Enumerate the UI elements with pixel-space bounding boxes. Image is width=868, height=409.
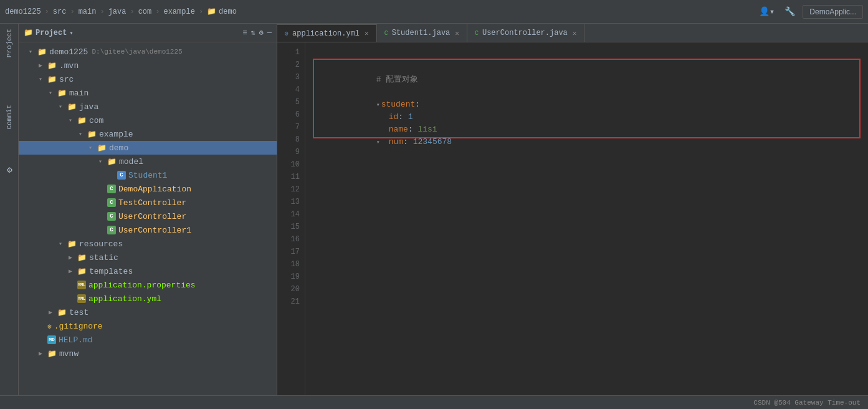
yaml-key: id — [389, 112, 399, 122]
breadcrumb-item: main — [79, 7, 97, 16]
tree-item-test[interactable]: ▶ 📁 test — [19, 306, 277, 319]
top-bar: demo1225 › src › main › java › com › exa… — [0, 0, 868, 24]
folder-icon: 📁 — [107, 157, 117, 166]
code-line-11 — [313, 176, 861, 188]
run-button[interactable]: DemoApplic... — [803, 5, 863, 19]
tab-close-icon[interactable]: ✕ — [365, 29, 369, 37]
collapse-all-icon[interactable]: ≡ — [242, 29, 247, 37]
tree-item-demo[interactable]: ▾ 📁 demo — [19, 141, 277, 155]
code-line-15 — [313, 226, 861, 238]
yaml-colon: : — [408, 125, 418, 134]
tree-item-label: static — [89, 253, 118, 262]
tree-item-example[interactable]: ▾ 📁 example — [19, 127, 277, 141]
tree-item-usercontroller[interactable]: ▶ C UserController — [19, 209, 277, 223]
gitignore-icon: ⚙ — [47, 322, 52, 330]
tree-item-usercontroller1[interactable]: ▶ C UserController1 — [19, 223, 277, 237]
minimize-icon[interactable]: — — [267, 29, 272, 37]
tree-item-app-properties[interactable]: ▶ YML application.properties — [19, 278, 277, 292]
tree-item-label: application.properties — [88, 281, 196, 290]
tree-item-label: model — [119, 157, 143, 166]
tree-item-root[interactable]: ▾ 📁 demo1225 D:\gitee\java\demo1225 — [19, 45, 277, 59]
expand-arrow: ▾ — [69, 117, 77, 124]
line-number: 9 — [277, 146, 305, 158]
line-number: 2 — [277, 59, 305, 71]
code-line-20 — [313, 288, 861, 301]
folder-icon: 📁 — [207, 7, 216, 16]
yaml-key: name — [389, 125, 408, 134]
breadcrumb-item: java — [108, 7, 126, 16]
breadcrumb-sep: › — [155, 7, 160, 16]
tree-item-resources[interactable]: ▾ 📁 resources — [19, 237, 277, 251]
panel-header: 📁 Project ▾ ≡ ⇅ ⚙ — — [19, 24, 277, 42]
tree-item-label: test — [69, 308, 88, 317]
tab-application-yml[interactable]: ⚙ application.yml ✕ — [277, 24, 377, 42]
tree-item-label: src — [59, 75, 74, 84]
breadcrumb-item: src — [53, 7, 67, 16]
breadcrumb-sep: › — [45, 7, 49, 16]
tree-item-label: .gitignore — [54, 322, 103, 331]
tree-item-label: demo — [109, 143, 128, 153]
code-line-2: # 配置对象 — [318, 61, 856, 74]
yaml-colon: : — [398, 112, 408, 122]
line-number: 11 — [277, 171, 305, 183]
tree-item-main[interactable]: ▾ 📁 main — [19, 86, 277, 100]
line-number: 5 — [277, 96, 305, 108]
tree-item-demoapplication[interactable]: ▶ C DemoApplication — [19, 182, 277, 196]
breadcrumb-item: example — [163, 7, 194, 16]
highlighted-region: # 配置对象 ▾student: id: 1 name: lisi — [313, 59, 861, 138]
tree-item-app-yml[interactable]: ▶ YML application.yml — [19, 292, 277, 306]
tree-item-mvn[interactable]: ▶ 📁 .mvn — [19, 59, 277, 72]
tree-item-label: example — [99, 130, 133, 139]
tree-item-src[interactable]: ▾ 📁 src — [19, 72, 277, 86]
tab-close-icon[interactable]: ✕ — [573, 29, 577, 37]
breadcrumb-current: demo — [219, 7, 237, 16]
folder-icon: 📁 — [37, 47, 47, 57]
expand-arrow: ▶ — [39, 62, 47, 69]
folder-icon: 📁 — [57, 89, 67, 98]
line-number: 14 — [277, 208, 305, 221]
line-number: 8 — [277, 133, 305, 146]
project-sidebar-label[interactable]: Project — [4, 26, 14, 60]
code-line-17 — [313, 251, 861, 263]
tools-icon[interactable]: 🔧 — [782, 5, 798, 18]
tree-item-model[interactable]: ▾ 📁 model — [19, 155, 277, 168]
tree-item-label: templates — [89, 267, 133, 276]
code-area[interactable]: # 配置对象 ▾student: id: 1 name: lisi — [305, 42, 868, 395]
tab-close-icon[interactable]: ✕ — [455, 29, 459, 37]
tree-item-testcontroller[interactable]: ▶ C TestController — [19, 196, 277, 209]
editor-content: 1 2 3 4 5 6 7 8 9 10 11 12 13 14 15 16 1… — [277, 42, 868, 395]
folder-icon: 📁 — [57, 308, 67, 317]
gear-icon[interactable]: ⚙ — [259, 28, 264, 37]
java-file-icon: C — [384, 30, 388, 37]
user-icon[interactable]: 👤▾ — [756, 5, 777, 18]
yaml-colon: : — [415, 100, 420, 109]
line-number: 10 — [277, 158, 305, 171]
dropdown-arrow[interactable]: ▾ — [69, 29, 73, 37]
class-icon: C — [107, 185, 116, 193]
tab-student1-java[interactable]: C Student1.java ✕ — [377, 24, 467, 42]
folder-icon: 📁 — [67, 239, 77, 249]
sort-icon[interactable]: ⇅ — [250, 28, 255, 37]
tree-item-templates[interactable]: ▶ 📁 templates — [19, 264, 277, 278]
tree-item-helpmd[interactable]: ▶ MD HELP.md — [19, 333, 277, 347]
settings-sidebar-icon[interactable]: ⚙ — [3, 162, 16, 177]
tree-item-com[interactable]: ▾ 📁 com — [19, 113, 277, 127]
tree-item-label: HELP.md — [59, 335, 93, 345]
fold-arrow: ▾ — [376, 139, 380, 146]
tree-item-student1[interactable]: ▶ C Student1 — [19, 168, 277, 182]
code-line-1 — [313, 46, 861, 59]
yaml-key: num — [389, 137, 403, 147]
tree-item-mvnw[interactable]: ▶ 📁 mvnw — [19, 347, 277, 360]
fold-arrow: ▾ — [376, 102, 380, 108]
tab-usercontroller-java[interactable]: C UserController.java ✕ — [467, 24, 584, 42]
tree-item-label: .mvn — [59, 61, 79, 70]
tree-item-path: D:\gitee\java\demo1225 — [92, 48, 182, 55]
line-number: 15 — [277, 221, 305, 233]
code-line-18 — [313, 263, 861, 276]
expand-arrow: ▾ — [59, 240, 67, 248]
tree-item-static[interactable]: ▶ 📁 static — [19, 251, 277, 264]
commit-sidebar-label[interactable]: Commit — [4, 102, 14, 132]
tree-item-java[interactable]: ▾ 📁 java — [19, 100, 277, 113]
tree-item-label: UserController1 — [118, 226, 191, 235]
tree-item-gitignore[interactable]: ▶ ⚙ .gitignore — [19, 319, 277, 333]
